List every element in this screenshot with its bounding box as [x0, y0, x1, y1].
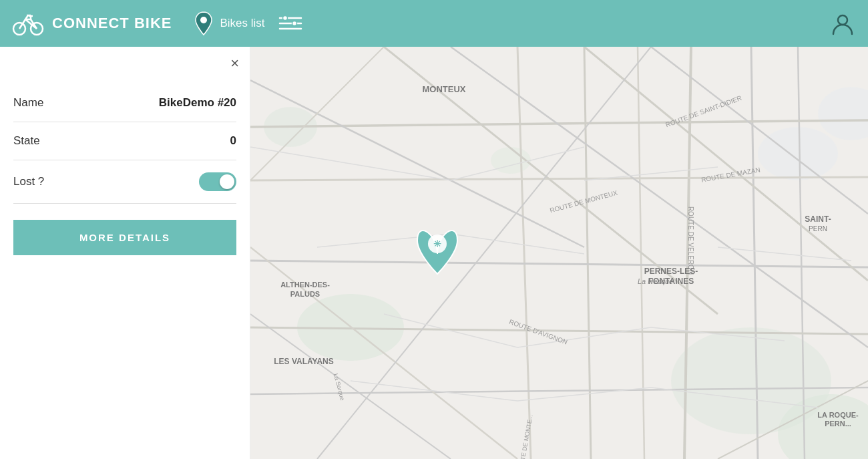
svg-point-6 [200, 17, 207, 23]
svg-text:LES VALAYANS: LES VALAYANS [274, 357, 334, 366]
svg-point-10 [282, 16, 287, 21]
lost-toggle-container [199, 172, 236, 191]
more-details-button[interactable]: MORE DETAILS [13, 220, 236, 255]
app-header: CONNECT BIKE Bikes list [0, 0, 868, 47]
svg-text:✳: ✳ [433, 239, 441, 249]
lost-label: Lost ? [13, 175, 44, 188]
name-label: Name [13, 96, 43, 110]
map-pin-icon[interactable] [193, 11, 214, 36]
lost-row: Lost ? [13, 160, 236, 204]
name-row: Name BikeDemo #20 [13, 84, 236, 122]
filter-icon[interactable] [278, 13, 302, 33]
state-row: State 0 [13, 122, 236, 160]
map-area[interactable]: ROUTE DE VELERON ROUTE DE MONTEUX ROUTE … [250, 47, 868, 459]
bike-info-panel: Name BikeDemo #20 State 0 Lost ? MORE [13, 84, 236, 255]
svg-text:ROUTE DE VELERON: ROUTE DE VELERON [687, 206, 694, 275]
svg-point-11 [292, 21, 296, 26]
lost-toggle[interactable] [199, 172, 236, 191]
state-value: 0 [230, 134, 236, 148]
app-title: CONNECT BIKE [52, 15, 172, 32]
svg-text:PERNES-LES-: PERNES-LES- [644, 267, 698, 276]
state-label: State [13, 134, 40, 148]
svg-text:PERN...: PERN... [825, 420, 851, 428]
svg-text:FONTAINES: FONTAINES [648, 277, 694, 286]
svg-text:SAINT-: SAINT- [805, 214, 831, 224]
svg-point-19 [758, 127, 838, 180]
logo-area: CONNECT BIKE [11, 6, 172, 41]
close-button[interactable]: × [230, 56, 239, 71]
svg-point-12 [838, 15, 847, 25]
svg-text:ALTHEN-DES-: ALTHEN-DES- [280, 281, 330, 289]
logo-icon [11, 6, 45, 41]
svg-text:LA ROQUE-: LA ROQUE- [817, 411, 859, 419]
main-content: × Name BikeDemo #20 State 0 Lost ? [0, 47, 868, 459]
sidebar: × Name BikeDemo #20 State 0 Lost ? [0, 47, 250, 459]
svg-text:MONTEUX: MONTEUX [423, 84, 466, 94]
name-value: BikeDemo #20 [159, 96, 236, 110]
svg-text:PALUDS: PALUDS [290, 290, 320, 298]
user-icon[interactable] [831, 11, 855, 35]
toggle-thumb [220, 174, 234, 189]
svg-point-0 [13, 23, 25, 35]
svg-text:PERN: PERN [809, 225, 827, 233]
bikes-list-nav[interactable]: Bikes list [220, 17, 264, 30]
